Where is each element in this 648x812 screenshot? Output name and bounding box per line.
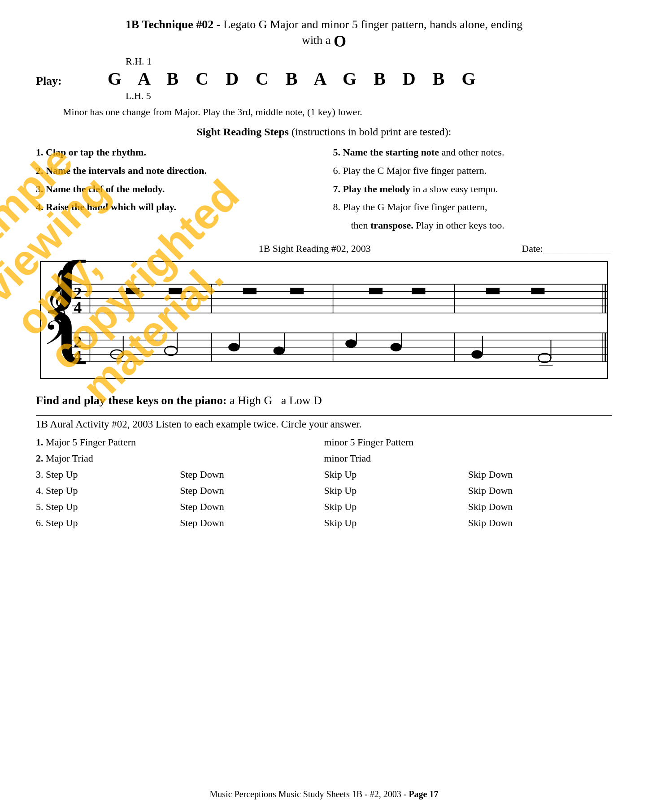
page-title: 1B Technique #02 - Legato G Major and mi… [36,18,612,31]
aural-6-3: Skip Up [324,517,468,529]
piano-keys-bold: Find and play these keys on the piano: [36,394,226,407]
aural-3-1: 3. Step Up [36,469,180,480]
step-3: 3. Name the clef of the melody. [36,181,315,198]
play-notes: G A B C D C B A G B D B G [108,68,482,89]
svg-rect-15 [169,288,182,294]
play-label: Play: [36,74,99,88]
aural-row-1: 1. Major 5 Finger Pattern minor 5 Finger… [36,436,612,448]
steps-grid: 1. Clap or tap the rhythm. 5. Name the s… [36,144,612,234]
aural-1-right: minor 5 Finger Pattern [324,436,613,448]
sheet-music-title: 1B Sight Reading #02, 2003 [108,243,522,255]
footer: Music Perceptions Music Study Sheets 1B … [0,789,648,799]
play-section: R.H. 1 Play: G A B C D C B A G B D B G L… [36,56,612,102]
svg-rect-18 [369,288,383,294]
aural-2-left: 2. Major Triad [36,453,324,464]
aural-row-6: 6. Step Up Step Down Skip Up Skip Down [36,517,612,529]
aural-6-2: Step Down [180,517,324,529]
rh-label: R.H. 1 [126,56,612,67]
piano-keys-line: Find and play these keys on the piano: a… [36,394,612,407]
aural-row-3: 3. Step Up Step Down Skip Up Skip Down [36,469,612,480]
svg-rect-16 [243,288,257,294]
minor-note: Minor has one change from Major. Play th… [63,106,612,118]
svg-rect-20 [486,288,500,294]
aural-activity: 1B Aural Activity #02, 2003 Listen to ea… [36,419,612,430]
step-1: 1. Clap or tap the rhythm. [36,144,315,161]
aural-row-5: 5. Step Up Step Down Skip Up Skip Down [36,501,612,513]
title-bold: 1B Technique #02 - [126,18,221,31]
play-row: Play: G A B C D C B A G B D B G [36,68,612,89]
aural-6-1: 6. Step Up [36,517,180,529]
svg-point-41 [274,347,284,355]
sight-reading-title-bold: Sight Reading Steps [197,126,289,138]
aural-4-1: 4. Step Up [36,485,180,497]
staff-container: 𝄞 2 4 [36,257,612,383]
svg-rect-14 [126,288,139,294]
step-2: 2. Name the intervals and note direction… [36,163,315,179]
aural-4-3: Skip Up [324,485,468,497]
svg-point-49 [538,354,551,363]
aural-5-4: Skip Down [468,501,612,513]
footer-text: Music Perceptions Music Study Sheets 1B … [210,789,439,799]
with-o-line: with a O [36,33,612,49]
svg-point-39 [229,343,239,351]
step-empty [36,217,315,234]
aural-4-4: Skip Down [468,485,612,497]
aural-5-3: Skip Up [324,501,468,513]
aural-1-left: 1. Major 5 Finger Pattern [36,436,324,448]
step-4: 4. Raise the hand which will play. [36,199,315,216]
step-7: 7. Play the melody in a slow easy tempo. [333,181,613,198]
lh-label: L.H. 5 [126,90,612,102]
svg-point-45 [391,343,401,351]
step-8: 8. Play the G Major five finger pattern, [333,199,613,216]
aural-5-1: 5. Step Up [36,501,180,513]
aural-4-2: Step Down [180,485,324,497]
divider [36,415,612,416]
aural-5-2: Step Down [180,501,324,513]
svg-point-37 [165,346,177,355]
sight-reading-title-rest: (instructions in bold print are tested): [291,126,452,138]
step-8b: then transpose. Play in other keys too. [333,217,613,234]
svg-rect-19 [412,288,425,294]
svg-point-47 [472,350,483,358]
svg-point-43 [346,340,357,348]
aural-2-right: minor Triad [324,453,613,464]
aural-6-4: Skip Down [468,517,612,529]
sight-reading-title: Sight Reading Steps (instructions in bol… [36,126,612,138]
music-staff-svg: 𝄞 2 4 [36,257,612,383]
sheet-music-header: 1B Sight Reading #02, 2003 Date:________… [36,243,612,255]
svg-rect-17 [290,288,304,294]
svg-rect-21 [531,288,544,294]
aural-3-2: Step Down [180,469,324,480]
piano-keys-rest: a High G a Low D [230,394,322,407]
whole-note-symbol: O [334,33,346,49]
svg-text:{: { [37,257,97,375]
title-rest: Legato G Major and minor 5 finger patter… [223,18,522,31]
date-line: Date:______________ [522,243,612,255]
svg-rect-0 [40,262,608,379]
page: Sampleviewingonly,copyrightedmaterial. 1… [0,0,648,812]
aural-row-2: 2. Major Triad minor Triad [36,453,612,464]
aural-row-4: 4. Step Up Step Down Skip Up Skip Down [36,485,612,497]
aural-3-4: Skip Down [468,469,612,480]
aural-3-3: Skip Up [324,469,468,480]
step-6: 6. Play the C Major five finger pattern. [333,163,613,179]
step-5: 5. Name the starting note and other note… [333,144,613,161]
